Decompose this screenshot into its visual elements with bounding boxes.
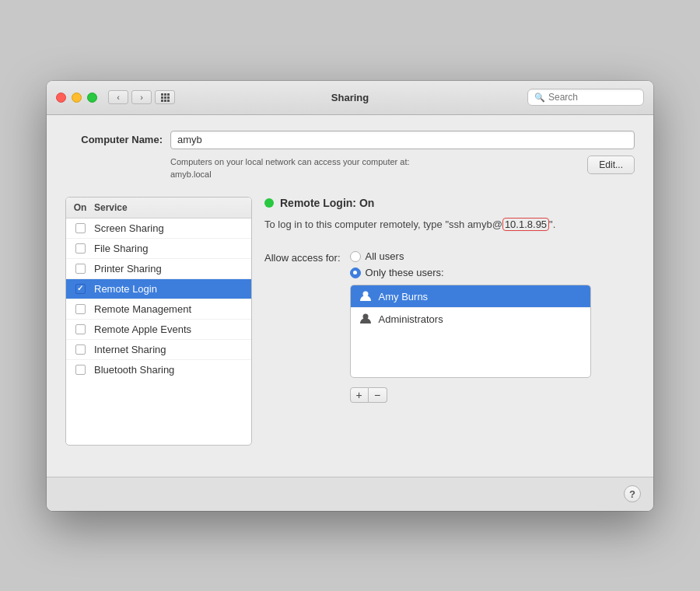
user-row-administrators[interactable]: Administrators xyxy=(351,308,590,330)
local-address-text: Computers on your local network can acce… xyxy=(170,156,575,181)
printer-sharing-checkbox[interactable] xyxy=(75,264,86,274)
remote-login-label: Remote Login xyxy=(94,283,251,295)
internet-sharing-label: Internet Sharing xyxy=(94,344,251,355)
main-body: On Service Screen Sharing File Sharing xyxy=(65,197,635,446)
radio-row-only-these[interactable]: Only these users: xyxy=(350,267,591,278)
back-button[interactable]: ‹ xyxy=(108,90,128,104)
access-options: All users Only these users: xyxy=(350,250,591,403)
sidebar-panel: On Service Screen Sharing File Sharing xyxy=(65,197,252,446)
radio-only-these-users[interactable] xyxy=(350,268,361,278)
computer-name-row: Computer Name: xyxy=(65,131,635,149)
titlebar: ‹ › Sharing 🔍 xyxy=(47,81,653,115)
computer-name-label: Computer Name: xyxy=(65,134,170,145)
checkbox-cell xyxy=(66,324,94,334)
checkbox-cell xyxy=(66,223,94,233)
remote-apple-events-label: Remote Apple Events xyxy=(94,323,251,335)
checkbox-cell xyxy=(66,284,94,294)
users-list: Amy Burns Administrators xyxy=(350,285,591,378)
window-title: Sharing xyxy=(331,92,369,103)
sidebar-item-printer-sharing[interactable]: Printer Sharing xyxy=(66,259,251,279)
bluetooth-sharing-label: Bluetooth Sharing xyxy=(94,364,251,376)
checkbox-cell xyxy=(66,344,94,355)
checkbox-cell xyxy=(66,304,94,314)
user-avatar-amy xyxy=(359,289,373,303)
add-user-button[interactable]: + xyxy=(350,387,369,403)
search-input[interactable] xyxy=(548,92,637,103)
allow-access-section: Allow access for: All users Only these u… xyxy=(264,250,635,403)
remove-user-button[interactable]: − xyxy=(369,387,387,403)
radio-only-these-label: Only these users: xyxy=(366,267,444,278)
screen-sharing-label: Screen Sharing xyxy=(94,222,251,234)
allow-access-label: Allow access for: xyxy=(264,250,341,264)
sidebar-item-internet-sharing[interactable]: Internet Sharing xyxy=(66,340,251,360)
help-button[interactable]: ? xyxy=(624,485,641,502)
edit-button[interactable]: Edit... xyxy=(587,156,635,174)
maximize-button[interactable] xyxy=(87,93,97,103)
content-area: Computer Name: Computers on your local n… xyxy=(47,115,653,461)
status-dot-green xyxy=(264,198,274,208)
remote-apple-events-checkbox[interactable] xyxy=(75,324,86,334)
grid-icon xyxy=(161,93,170,102)
checkbox-cell xyxy=(66,243,94,254)
back-icon: ‹ xyxy=(117,93,120,102)
app-grid-button[interactable] xyxy=(155,90,175,104)
user-name-amy: Amy Burns xyxy=(379,291,429,302)
sidebar-header: On Service xyxy=(66,198,251,219)
printer-sharing-label: Printer Sharing xyxy=(94,263,251,275)
forward-icon: › xyxy=(140,93,143,102)
sidebar-item-remote-apple-events[interactable]: Remote Apple Events xyxy=(66,320,251,340)
checkbox-cell xyxy=(66,365,94,375)
minimize-button[interactable] xyxy=(72,93,82,103)
list-controls: + − xyxy=(350,387,591,403)
search-box[interactable]: 🔍 xyxy=(527,89,644,106)
ssh-info: To log in to this computer remotely, typ… xyxy=(264,217,635,233)
bluetooth-sharing-checkbox[interactable] xyxy=(75,365,86,375)
file-sharing-label: File Sharing xyxy=(94,243,251,254)
forward-button[interactable]: › xyxy=(131,90,152,104)
local-address-row: Computers on your local network can acce… xyxy=(170,156,635,181)
sidebar-item-remote-login[interactable]: Remote Login xyxy=(66,279,251,299)
nav-buttons: ‹ › xyxy=(108,90,152,104)
file-sharing-checkbox[interactable] xyxy=(75,243,86,254)
remote-login-checkbox[interactable] xyxy=(75,284,86,294)
sidebar-col-on: On xyxy=(66,201,94,215)
sidebar-item-file-sharing[interactable]: File Sharing xyxy=(66,239,251,259)
radio-all-users[interactable] xyxy=(350,251,361,262)
remote-management-label: Remote Management xyxy=(94,303,251,315)
status-title: Remote Login: On xyxy=(280,197,374,209)
search-icon: 🔍 xyxy=(534,93,545,103)
status-row: Remote Login: On xyxy=(264,197,635,209)
screen-sharing-checkbox[interactable] xyxy=(75,223,86,233)
user-name-administrators: Administrators xyxy=(379,313,443,325)
radio-row-all-users[interactable]: All users xyxy=(350,250,591,262)
sidebar-item-remote-management[interactable]: Remote Management xyxy=(66,299,251,320)
user-row-amy[interactable]: Amy Burns xyxy=(351,285,590,308)
sidebar-col-service: Service xyxy=(94,201,251,215)
sidebar-item-bluetooth-sharing[interactable]: Bluetooth Sharing xyxy=(66,360,251,379)
close-button[interactable] xyxy=(56,93,66,103)
remote-management-checkbox[interactable] xyxy=(75,304,86,314)
traffic-lights xyxy=(56,93,97,103)
user-avatar-administrators xyxy=(359,312,373,326)
main-window: ‹ › Sharing 🔍 Computer Name: xyxy=(47,81,653,511)
footer: ? xyxy=(47,477,653,511)
ssh-ip: 10.1.8.95 xyxy=(502,218,549,231)
radio-all-users-label: All users xyxy=(366,250,404,262)
detail-panel: Remote Login: On To log in to this compu… xyxy=(264,197,635,404)
computer-name-input[interactable] xyxy=(170,131,635,149)
internet-sharing-checkbox[interactable] xyxy=(75,344,86,355)
checkbox-cell xyxy=(66,264,94,274)
sidebar-item-screen-sharing[interactable]: Screen Sharing xyxy=(66,219,251,239)
